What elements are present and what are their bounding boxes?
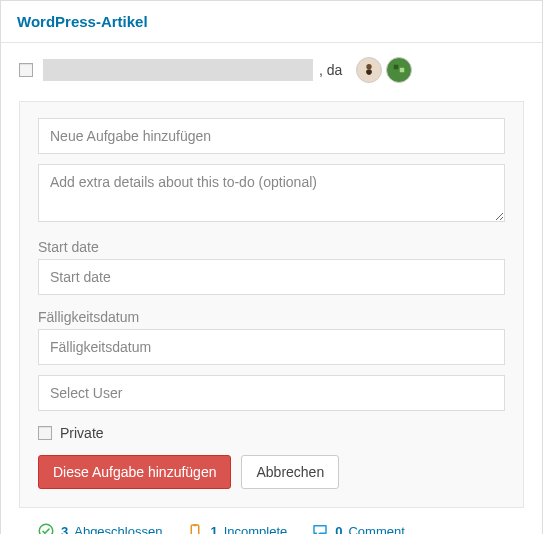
- start-date-input[interactable]: [38, 259, 505, 295]
- due-date-label: Fälligkeitsdatum: [38, 309, 505, 325]
- completed-count: 3: [61, 524, 68, 535]
- start-date-label: Start date: [38, 239, 505, 255]
- todo-title-redacted: [43, 59, 313, 81]
- svg-rect-5: [194, 524, 197, 526]
- svg-rect-1: [394, 65, 399, 70]
- add-task-button[interactable]: Diese Aufgabe hinzufügen: [38, 455, 231, 489]
- private-row: Private: [38, 425, 505, 441]
- todo-suffix: , da: [319, 62, 342, 78]
- completed-link[interactable]: 3 Abgeschlossen: [37, 522, 162, 534]
- check-circle-icon: [37, 522, 55, 534]
- assignee-avatars: [356, 57, 412, 83]
- svg-rect-2: [400, 68, 405, 73]
- select-user-input[interactable]: [38, 375, 505, 411]
- private-checkbox[interactable]: [38, 426, 52, 440]
- panel-content: , da Start date Fälligkeitsdatum Private: [1, 43, 542, 534]
- todo-checkbox[interactable]: [19, 63, 33, 77]
- todo-title-input[interactable]: [38, 118, 505, 154]
- svg-point-0: [367, 64, 372, 69]
- svg-rect-4: [192, 525, 200, 534]
- avatar[interactable]: [386, 57, 412, 83]
- incomplete-count: 1: [210, 524, 217, 535]
- avatar[interactable]: [356, 57, 382, 83]
- todo-details-input[interactable]: [38, 164, 505, 222]
- comment-count: 0: [335, 524, 342, 535]
- cancel-button[interactable]: Abbrechen: [241, 455, 339, 489]
- panel-title: WordPress-Artikel: [17, 13, 148, 30]
- comment-label: Comment: [348, 524, 404, 535]
- comment-icon: [311, 522, 329, 534]
- add-todo-form: Start date Fälligkeitsdatum Private Dies…: [19, 101, 524, 508]
- comment-link[interactable]: 0 Comment: [311, 522, 405, 534]
- private-label: Private: [60, 425, 104, 441]
- due-date-input[interactable]: [38, 329, 505, 365]
- incomplete-label: Incomplete: [224, 524, 288, 535]
- footer: 3 Abgeschlossen 1 Incomplete 0 Comment: [19, 508, 524, 534]
- button-row: Diese Aufgabe hinzufügen Abbrechen: [38, 455, 505, 489]
- clipboard-icon: [186, 522, 204, 534]
- todo-item-row: , da: [19, 57, 524, 83]
- completed-label: Abgeschlossen: [74, 524, 162, 535]
- panel: WordPress-Artikel , da Start date Fällig…: [0, 0, 543, 534]
- incomplete-link[interactable]: 1 Incomplete: [186, 522, 287, 534]
- panel-header: WordPress-Artikel: [1, 1, 542, 43]
